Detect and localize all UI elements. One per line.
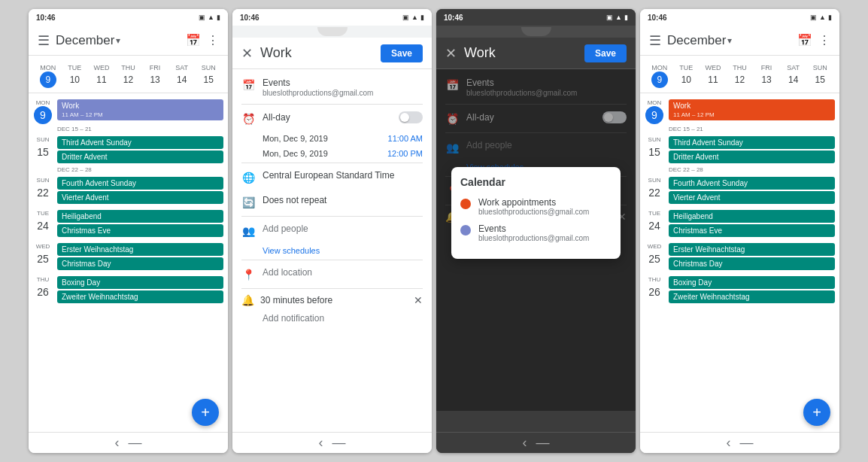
save-button-3[interactable]: Save	[584, 44, 627, 62]
status-bar-4: 10:46 ▣ ▲ ▮	[640, 9, 839, 26]
save-button-2[interactable]: Save	[381, 44, 423, 62]
more-options-icon-1[interactable]: ⋮	[207, 33, 219, 47]
date-events-thu26-1: Boxing Day Zweiter Weihnachtstag	[57, 275, 228, 305]
back-nav-2[interactable]: ‹	[319, 435, 323, 451]
back-nav-4[interactable]: ‹	[727, 435, 731, 451]
signal-icon-3: ▣	[606, 14, 613, 21]
week-day-fri-4[interactable]: FRI 13	[753, 64, 780, 88]
event-heiligabend-4[interactable]: Heiligabend	[669, 210, 835, 223]
event-third-advent-sunday-1[interactable]: Third Advent Sunday	[57, 136, 223, 149]
week-strip-4: MON 9 TUE 10 WED 11 THU 12 FRI 13 SAT 14	[640, 56, 839, 93]
label-dec15-4: DEC 15 – 21	[640, 126, 839, 133]
event-zweiter-4[interactable]: Zweiter Weihnachtstag	[669, 290, 835, 303]
week-day-mon-4[interactable]: MON 9	[646, 64, 673, 88]
section-sun22-1: SUN 22 Fourth Advent Sunday Vierter Adve…	[29, 174, 228, 207]
battery-icon-2: ▮	[420, 14, 424, 21]
date1-2: Mon, Dec 9, 2019	[263, 134, 328, 143]
close-icon-3[interactable]: ✕	[445, 45, 457, 62]
date-label-tue24-1: TUE 24 Heiligabend Christmas Eve	[29, 208, 228, 239]
date-events-thu26-4: Boxing Day Zweiter Weihnachtstag	[669, 275, 839, 305]
week-day-wed-1[interactable]: WED 11	[88, 64, 115, 88]
event-boxing-day-1[interactable]: Boxing Day	[57, 276, 223, 289]
home-indicator-2[interactable]: —	[332, 435, 346, 451]
calendar-popup-3[interactable]: Calendar Work appointments blueslothprod…	[451, 167, 621, 259]
week-day-thu-4[interactable]: THU 12	[727, 64, 754, 88]
week-strip-1: MON 9 TUE 10 WED 11 THU 12 FRI 13 SAT 14	[29, 56, 228, 93]
event-vierter-advent-4[interactable]: Vierter Advent	[669, 191, 835, 204]
form-events-content-2: Events blueslothproductions@gmail.com	[263, 78, 423, 97]
date-label-mon9-4: MON 9 Work11 AM – 12 PM	[640, 98, 839, 124]
event-erster-4[interactable]: Erster Weihnachtstag	[669, 243, 835, 256]
event-third-advent-sunday-4[interactable]: Third Advent Sunday	[669, 136, 835, 149]
divider-events-2	[241, 104, 423, 105]
week-day-mon-1[interactable]: MON 9	[35, 64, 62, 88]
event-fourth-advent-1[interactable]: Fourth Advent Sunday	[57, 177, 223, 190]
status-icons-3: ▣ ▲ ▮	[606, 14, 628, 21]
date-row2-2[interactable]: Mon, Dec 9, 2019 12:00 PM	[232, 146, 432, 161]
week-day-thu-1[interactable]: THU 12	[115, 64, 142, 88]
home-indicator-3[interactable]: —	[536, 435, 550, 451]
section-thu26-4: THU 26 Boxing Day Zweiter Weihnachtstag	[640, 273, 839, 306]
week-day-wed-4[interactable]: WED 11	[700, 64, 727, 88]
notif-close-2[interactable]: ✕	[414, 294, 423, 306]
bell-icon-2: 🔔	[241, 294, 254, 306]
event-erster-1[interactable]: Erster Weihnachtstag	[57, 243, 223, 256]
add-location-label-2[interactable]: Add location	[263, 267, 312, 278]
event-boxing-day-4[interactable]: Boxing Day	[669, 276, 835, 289]
week-day-sun-4[interactable]: SUN 15	[806, 64, 833, 88]
menu-icon-4[interactable]: ☰	[649, 32, 661, 49]
back-nav-1[interactable]: ‹	[115, 435, 120, 451]
event-christmas-day-4[interactable]: Christmas Day	[669, 257, 835, 270]
status-icons-2: ▣ ▲ ▮	[402, 14, 424, 21]
date-label-mon9-1: MON 9 Work11 AM – 12 PM	[29, 98, 228, 124]
wifi-icon-3: ▲	[615, 14, 622, 21]
event-fourth-advent-4[interactable]: Fourth Advent Sunday	[669, 177, 835, 190]
events-label-2[interactable]: Events	[263, 78, 423, 88]
add-notif-2[interactable]: Add notification	[232, 310, 432, 327]
week-day-sun-1[interactable]: SUN 15	[195, 64, 222, 88]
calendar-view-icon-4[interactable]: 📅	[797, 33, 812, 47]
week-day-sat-1[interactable]: SAT 14	[168, 64, 196, 88]
week-day-tue-1[interactable]: TUE 10	[62, 64, 89, 88]
event-dritter-advent-1[interactable]: Dritter Advent	[57, 150, 223, 163]
repeat-label-2[interactable]: Does not repeat	[263, 195, 326, 205]
event-christmas-eve-1[interactable]: Christmas Eve	[57, 224, 223, 237]
home-indicator-4[interactable]: —	[740, 435, 754, 451]
calendar-view-icon-1[interactable]: 📅	[186, 33, 201, 47]
close-icon-2[interactable]: ✕	[241, 45, 253, 62]
clock-icon-2: ⏰	[241, 112, 255, 126]
date-row1-2[interactable]: Mon, Dec 9, 2019 11:00 AM	[232, 131, 432, 146]
form-body-3: 📅 Events blueslothproductions@gmail.com …	[436, 69, 636, 432]
view-schedules-link-2[interactable]: View schedules	[232, 243, 432, 258]
week-day-sat-4[interactable]: SAT 14	[780, 64, 807, 88]
menu-icon-1[interactable]: ☰	[38, 32, 50, 49]
fab-1[interactable]: +	[192, 399, 219, 426]
week-day-tue-4[interactable]: TUE 10	[673, 64, 700, 88]
event-work-1[interactable]: Work11 AM – 12 PM	[57, 99, 223, 120]
event-work-4[interactable]: Work11 AM – 12 PM	[669, 99, 835, 120]
event-zweiter-1[interactable]: Zweiter Weihnachtstag	[57, 290, 223, 303]
month-title-1[interactable]: December ▾	[56, 33, 186, 48]
week-day-fri-1[interactable]: FRI 13	[141, 64, 168, 88]
event-dritter-advent-4[interactable]: Dritter Advent	[669, 150, 835, 163]
date-label-wed25-4: WED 25 Erster Weihnachtstag Christmas Da…	[640, 242, 839, 272]
popup-option-work-3[interactable]: Work appointments blueslothproductions@g…	[460, 197, 612, 216]
back-nav-3[interactable]: ‹	[523, 435, 527, 451]
event-christmas-eve-4[interactable]: Christmas Eve	[669, 224, 835, 237]
event-christmas-day-1[interactable]: Christmas Day	[57, 257, 223, 270]
event-list-4: MON 9 Work11 AM – 12 PM DEC 15 – 21 SUN	[640, 93, 839, 432]
add-people-label-2[interactable]: Add people	[263, 223, 308, 234]
popup-option-events-3[interactable]: Events blueslothproductions@gmail.com	[460, 223, 612, 242]
more-options-icon-4[interactable]: ⋮	[818, 33, 830, 47]
allday-toggle-2[interactable]	[399, 111, 423, 123]
home-indicator-1[interactable]: —	[129, 435, 142, 451]
fab-4[interactable]: +	[803, 399, 830, 426]
popup-dot-purple-3	[460, 225, 471, 236]
event-vierter-advent-1[interactable]: Vierter Advent	[57, 191, 223, 204]
date-side-wed25-4: WED 25	[640, 242, 669, 272]
timezone-label-2[interactable]: Central European Standard Time	[263, 170, 394, 181]
battery-icon-1: ▮	[217, 14, 220, 21]
event-heiligabend-1[interactable]: Heiligabend	[57, 210, 223, 223]
month-title-4[interactable]: December ▾	[667, 33, 797, 48]
date-label-tue24-4: TUE 24 Heiligabend Christmas Eve	[640, 208, 839, 239]
